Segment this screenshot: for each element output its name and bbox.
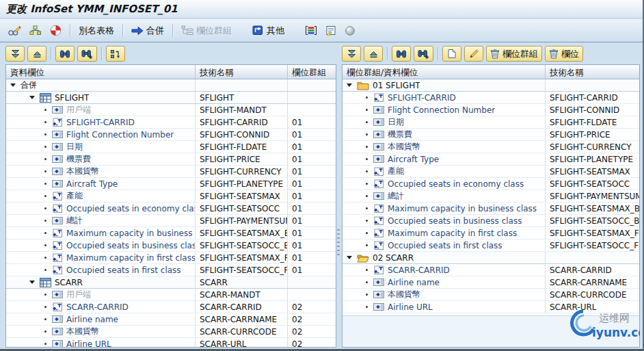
expand-all-button[interactable] [5, 46, 25, 62]
tree-row-field[interactable]: 日期SFLIGHT-FLDATE01 [6, 141, 336, 153]
tree-row-field[interactable]: SFLIGHT-CARRIDSFLIGHT-CARRID01 [6, 116, 336, 129]
tree-row-field[interactable]: Occupied seats in first classSFLIGHT-SEA… [343, 239, 639, 252]
tree-row-field[interactable]: 本國貨幣SFLIGHT-CURRENCY [343, 141, 639, 153]
tree-item-label[interactable]: Occupied seats in first class [388, 241, 502, 250]
tree-item-label[interactable]: 日期 [66, 141, 83, 153]
tree-item-label[interactable]: 機票費 [388, 129, 412, 140]
hierarchy-sort-button[interactable] [106, 46, 125, 62]
tree-item-label[interactable]: 本國貨幣 [388, 141, 420, 153]
alias-button[interactable] [27, 24, 44, 37]
tree-item-label[interactable]: Maximum capacity in business class [388, 204, 537, 213]
column-header-field-group[interactable]: 欄位群組 [288, 65, 336, 79]
tree-item-label[interactable]: Maximum capacity in business class [66, 229, 195, 238]
tree-row-root[interactable]: 合併 [6, 79, 336, 92]
find-next-button[interactable] [414, 46, 433, 62]
tree-row-table[interactable]: SCARRSCARR [6, 276, 336, 289]
stop-button[interactable] [47, 23, 64, 38]
tree-item-label[interactable]: Airline name [66, 315, 118, 324]
tree-item-label[interactable]: Occupied seats in economy class [66, 204, 195, 213]
tree-item-label[interactable]: SCARR-CARRID [388, 265, 450, 275]
tree-row-field[interactable]: Occupied seats in economy classSFLIGHT-S… [343, 178, 639, 190]
tree-item-label[interactable]: 01 SFLIGHT [373, 81, 420, 90]
tree-row-field[interactable]: Occupied seats in business classSFLIGHT-… [343, 215, 639, 227]
tree-item-label[interactable]: 機票費 [66, 153, 91, 165]
tree-row-field[interactable]: Maximum capacity in first classSFLIGHT-S… [343, 227, 639, 239]
tree-row-folder[interactable]: 01 SFLIGHT [343, 79, 639, 92]
tree-row-field[interactable]: Aircraft TypeSFLIGHT-PLANETYPE01 [6, 178, 336, 190]
tree-item-label[interactable]: Aircraft Type [388, 155, 439, 164]
find-next-button[interactable] [77, 46, 97, 62]
tree-item-label[interactable]: 本國貨幣 [66, 166, 99, 177]
tree-row-field[interactable]: SFLIGHT-CARRIDSFLIGHT-CARRID [343, 92, 639, 104]
tree-item-label[interactable]: SFLIGHT-CARRID [388, 93, 456, 103]
tree-row-field[interactable]: 日期SFLIGHT-FLDATE [343, 116, 639, 129]
expand-arrow-icon[interactable] [29, 281, 35, 284]
alias-tables-button[interactable]: 別名表格 [76, 23, 117, 38]
tree-item-label[interactable]: 產能 [66, 190, 83, 202]
tree-row-field[interactable]: 本國貨幣SFLIGHT-CURRENCY01 [6, 166, 336, 178]
tree-item-label[interactable]: 合併 [21, 79, 37, 91]
expand-arrow-icon[interactable] [10, 83, 16, 87]
tree-item-label[interactable]: 本國貨幣 [66, 326, 99, 337]
tree-item-label[interactable]: Maximum capacity in first class [66, 253, 195, 263]
sphere-button[interactable] [342, 24, 358, 38]
tree-item-label[interactable]: Flight Connection Number [388, 105, 495, 115]
tree-row-field[interactable]: Occupied seats in business classSFLIGHT-… [6, 239, 336, 252]
tree-row-field[interactable]: Flight Connection NumberSFLIGHT-CONNID01 [6, 129, 336, 141]
delete-field-group-button[interactable]: 欄位群組 [486, 46, 542, 62]
tree-item-label[interactable]: 總計 [388, 190, 404, 202]
tree-item-label[interactable]: 日期 [388, 116, 404, 128]
tree-item-label[interactable]: Maximum capacity in first class [388, 229, 517, 238]
find-button[interactable] [392, 46, 411, 62]
tree-row-field[interactable]: Aircraft TypeSFLIGHT-PLANETYPE [343, 153, 639, 166]
column-header-data-fields[interactable]: 資料欄位 [6, 65, 196, 79]
join-button[interactable]: 合併 [129, 23, 167, 38]
create-button[interactable] [442, 46, 461, 62]
tree-item-label[interactable]: 總計 [66, 215, 83, 226]
notes-button[interactable] [323, 24, 339, 37]
tree-row-field[interactable]: 總計SFLIGHT-PAYMENTSUM [343, 190, 639, 203]
tree-row-field[interactable]: 本國貨幣SCARR-CURRCODE [343, 289, 639, 301]
tree-row-field[interactable]: SCARR-CARRIDSCARR-CARRID02 [6, 301, 336, 313]
tree-item-label[interactable]: Flight Connection Number [66, 130, 174, 140]
tree-row-field[interactable]: 機票費SFLIGHT-PRICE01 [6, 153, 336, 166]
tree-item-label[interactable]: 產能 [388, 166, 404, 177]
tree-item-label[interactable]: Aircraft Type [66, 179, 118, 189]
tree-item-label[interactable]: SFLIGHT-CARRID [66, 118, 135, 127]
tree-item-label[interactable]: 本國貨幣 [388, 289, 420, 300]
tree-row-field[interactable]: Airline nameSCARR-CARRNAME [343, 276, 639, 289]
tree-item-label[interactable]: 用戶端 [66, 104, 91, 116]
tree-item-label[interactable]: Airline name [388, 278, 440, 287]
tree-row-field[interactable]: 本國貨幣SCARR-CURRCODE02 [6, 326, 336, 338]
tree-item-label[interactable]: Occupied seats in economy class [388, 179, 524, 189]
tree-item-label[interactable]: Occupied seats in business class [66, 241, 195, 250]
tree-item-label[interactable]: Airline URL [66, 339, 111, 348]
tree-row-field[interactable]: Airline nameSCARR-CARRNAME02 [6, 313, 336, 326]
tree-row-field[interactable]: 總計SFLIGHT-PAYMENTSUM01 [6, 215, 336, 227]
tree-row-field[interactable]: Flight Connection NumberSFLIGHT-CONNID [343, 104, 639, 116]
find-button[interactable] [55, 46, 75, 62]
tree-row-field[interactable]: 機票費SFLIGHT-PRICE [343, 129, 639, 141]
tree-row-field[interactable]: Maximum capacity in first classSFLIGHT-S… [6, 252, 336, 264]
tree-item-label[interactable]: SFLIGHT [55, 93, 89, 103]
column-header-technical-name[interactable]: 技術名稱 [196, 65, 288, 79]
tree-row-field[interactable]: 產能SFLIGHT-SEATSMAX [343, 166, 639, 178]
expand-arrow-icon[interactable] [347, 256, 352, 259]
tree-item-label[interactable]: Occupied seats in business class [388, 216, 522, 226]
tree-row-field[interactable]: 用戶端SCARR-MANDT [6, 289, 336, 301]
expand-arrow-icon[interactable] [29, 96, 35, 99]
tree-item-label[interactable]: Occupied seats in first class [66, 265, 181, 275]
tree-item-label[interactable]: Airline URL [388, 302, 433, 312]
tree-row-field[interactable]: 產能SFLIGHT-SEATSMAX01 [6, 190, 336, 203]
tree-item-label[interactable]: 02 SCARR [373, 253, 414, 263]
tree-row-field[interactable]: Maximum capacity in business classSFLIGH… [343, 203, 639, 215]
change-button[interactable] [464, 46, 483, 62]
tree-row-field[interactable]: Occupied seats in economy classSFLIGHT-S… [6, 203, 336, 215]
collapse-all-button[interactable] [364, 46, 383, 62]
tree-item-label[interactable]: 用戶端 [66, 289, 91, 300]
expand-all-button[interactable] [342, 46, 361, 62]
tree-row-field[interactable]: SCARR-CARRIDSCARR-CARRID [343, 264, 639, 276]
tree-row-field[interactable]: Occupied seats in first classSFLIGHT-SEA… [6, 264, 336, 276]
tree-row-field[interactable]: Maximum capacity in business classSFLIGH… [6, 227, 336, 239]
delete-field-button[interactable]: 欄位 [545, 46, 583, 62]
